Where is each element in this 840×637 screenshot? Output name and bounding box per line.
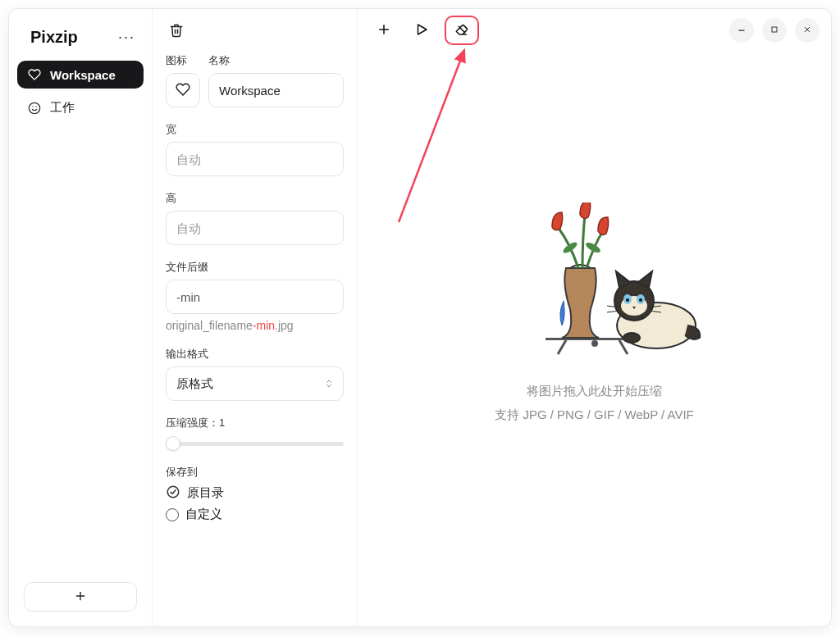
svg-point-24 bbox=[626, 298, 629, 302]
radio-icon bbox=[166, 508, 179, 521]
height-label: 高 bbox=[166, 191, 344, 206]
app-title: Pixzip bbox=[30, 28, 78, 47]
svg-point-30 bbox=[623, 333, 640, 343]
clear-button[interactable] bbox=[445, 16, 479, 45]
sidebar-item-workspace[interactable]: Workspace bbox=[17, 61, 144, 89]
drop-zone[interactable]: 将图片拖入此处开始压缩 支持 JPG / PNG / GIF / WebP / … bbox=[358, 52, 831, 626]
output-format-label: 输出格式 bbox=[166, 347, 344, 362]
svg-point-17 bbox=[561, 240, 578, 255]
window-minimize-button[interactable] bbox=[729, 18, 754, 43]
app-window: Pixzip ··· Workspace 工作 bbox=[8, 8, 832, 627]
icon-label: 图标 bbox=[166, 53, 200, 68]
minimize-icon bbox=[737, 24, 746, 37]
plus-icon bbox=[377, 22, 391, 39]
window-close-button[interactable] bbox=[795, 18, 819, 43]
window-maximize-button[interactable] bbox=[762, 18, 787, 43]
compression-slider[interactable] bbox=[166, 437, 344, 450]
trash-icon bbox=[169, 23, 184, 40]
suffix-input[interactable] bbox=[166, 280, 344, 314]
add-workspace-button[interactable] bbox=[24, 582, 137, 612]
svg-point-25 bbox=[639, 298, 642, 302]
svg-point-0 bbox=[29, 102, 39, 113]
main-toolbar bbox=[358, 9, 831, 52]
height-input[interactable] bbox=[166, 211, 344, 245]
sidebar: Pixzip ··· Workspace 工作 bbox=[9, 9, 153, 626]
more-menu-button[interactable]: ··· bbox=[115, 25, 139, 49]
sidebar-item-label: 工作 bbox=[50, 100, 75, 116]
window-controls bbox=[729, 18, 819, 43]
radio-label: 自定义 bbox=[185, 507, 222, 522]
suffix-label: 文件后缀 bbox=[166, 260, 344, 275]
width-label: 宽 bbox=[166, 122, 344, 137]
settings-panel: 图标 名称 宽 高 bbox=[153, 9, 358, 626]
output-format-select[interactable] bbox=[166, 366, 344, 401]
smile-icon bbox=[27, 101, 42, 116]
heart-icon bbox=[27, 67, 42, 82]
svg-marker-8 bbox=[418, 25, 427, 34]
plus-icon bbox=[74, 589, 87, 605]
check-circle-icon bbox=[166, 485, 180, 502]
svg-line-15 bbox=[558, 340, 566, 354]
name-label: 名称 bbox=[208, 53, 344, 68]
delete-workspace-button[interactable] bbox=[164, 19, 189, 43]
drop-instructions: 将图片拖入此处开始压缩 支持 JPG / PNG / GIF / WebP / … bbox=[495, 380, 694, 426]
workspace-name-input[interactable] bbox=[208, 73, 344, 107]
icon-picker[interactable] bbox=[166, 73, 200, 107]
heart-icon bbox=[176, 82, 190, 99]
maximize-icon bbox=[769, 24, 779, 37]
sidebar-item-work[interactable]: 工作 bbox=[17, 93, 144, 122]
sidebar-header: Pixzip ··· bbox=[17, 17, 144, 61]
sidebar-item-label: Workspace bbox=[50, 68, 116, 82]
add-files-button[interactable] bbox=[369, 17, 399, 43]
svg-rect-10 bbox=[772, 27, 777, 32]
save-option-original[interactable]: 原目录 bbox=[166, 485, 344, 502]
radio-label: 原目录 bbox=[187, 485, 224, 501]
empty-state-illustration bbox=[488, 202, 701, 366]
save-to-label: 保存到 bbox=[166, 465, 344, 480]
svg-point-5 bbox=[167, 486, 179, 498]
main-area: 将图片拖入此处开始压缩 支持 JPG / PNG / GIF / WebP / … bbox=[358, 9, 831, 626]
run-button[interactable] bbox=[407, 17, 436, 43]
panel-toolbar bbox=[153, 9, 357, 48]
save-option-custom[interactable]: 自定义 bbox=[166, 507, 344, 522]
compression-value: 1 bbox=[219, 416, 225, 429]
suffix-hint: original_filename-min.jpg bbox=[166, 319, 344, 332]
close-icon bbox=[802, 24, 812, 37]
eraser-icon bbox=[454, 22, 469, 39]
compression-label: 压缩强度： bbox=[166, 416, 219, 429]
width-input[interactable] bbox=[166, 142, 344, 176]
slider-thumb[interactable] bbox=[166, 436, 180, 451]
svg-point-14 bbox=[591, 340, 598, 347]
play-icon bbox=[414, 22, 429, 39]
